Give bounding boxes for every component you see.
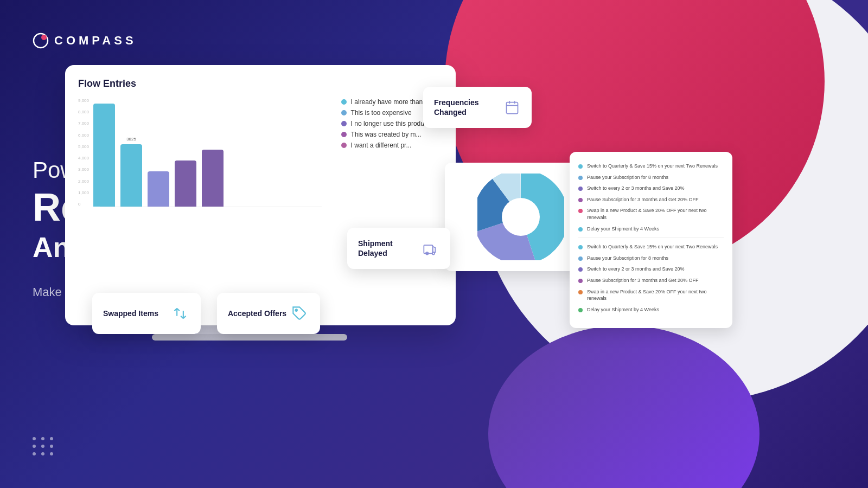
card-swapped: Swapped Items <box>92 293 201 334</box>
dot <box>50 445 53 448</box>
list-text: Swap in a new Product & Save 20% OFF you… <box>587 207 724 221</box>
list-item: Switch to Quarterly & Save 15% on your n… <box>578 163 724 170</box>
bar-group-4 <box>175 160 196 207</box>
list-dot <box>578 176 583 180</box>
list-section-2: Switch to Quarterly & Save 15% on your n… <box>578 243 724 313</box>
list-item: Delay your Shipment by 4 Weeks <box>578 226 724 233</box>
frequencies-title: Frequencies Changed <box>434 98 503 117</box>
list-text: Pause your Subscription for 8 months <box>587 255 668 262</box>
list-text: Swap in a new Product & Save 20% OFF you… <box>587 288 724 302</box>
dot <box>33 452 36 455</box>
list-text: Switch to Quarterly & Save 15% on your n… <box>587 163 718 170</box>
bar-group-2: 3825 <box>120 144 142 207</box>
tag-icon <box>290 304 309 323</box>
legend-item-4: This was created by m... <box>341 131 443 138</box>
list-text: Delay your Shipment by 4 Weeks <box>587 226 659 233</box>
compass-logo-icon <box>33 33 49 49</box>
legend-label-3: I no longer use this product <box>351 120 430 127</box>
bar-3 <box>148 171 169 207</box>
dot <box>50 437 53 440</box>
bar-1 <box>93 104 115 207</box>
bar-4 <box>175 160 196 207</box>
bar-group-5 <box>202 150 224 207</box>
legend-dot-3 <box>341 121 347 126</box>
svg-point-13 <box>502 198 540 236</box>
offers-title: Accepted Offers <box>228 309 286 318</box>
list-dot <box>578 245 583 249</box>
bar-5 <box>202 150 224 207</box>
list-dot <box>578 227 583 232</box>
svg-point-8 <box>432 252 435 255</box>
list-dot <box>578 198 583 202</box>
card-list: Switch to Quarterly & Save 15% on your n… <box>570 152 732 328</box>
bar-2 <box>120 144 142 207</box>
dot <box>33 437 36 440</box>
legend-dot-5 <box>341 143 347 148</box>
logo: COMPASS <box>33 33 271 49</box>
card-shipment: Shipment Delayed <box>347 228 450 269</box>
dot <box>33 445 36 448</box>
brand-name: COMPASS <box>54 34 137 48</box>
list-divider <box>578 237 724 238</box>
list-item: Switch to every 2 or 3 months and Save 2… <box>578 266 724 273</box>
svg-point-1 <box>41 35 47 40</box>
list-text: Switch to every 2 or 3 months and Save 2… <box>587 266 685 273</box>
list-item: Pause your Subscription for 8 months <box>578 174 724 181</box>
legend-label-5: I want a different pr... <box>351 142 412 149</box>
pie-chart <box>477 174 564 260</box>
card-frequencies: Frequencies Changed <box>423 87 532 128</box>
shipment-icon <box>421 239 439 258</box>
chart-title: Flow Entries <box>78 78 443 89</box>
list-item: Delay your Shipment by 4 Weeks <box>578 306 724 313</box>
swapped-title: Swapped Items <box>103 309 158 318</box>
list-item: Pause your Subscription for 8 months <box>578 255 724 262</box>
dot <box>50 452 53 455</box>
monitor-screen: Flow Entries 9,000 8,000 7,000 6,000 5,0… <box>65 65 456 325</box>
list-text: Pause Subscription for 3 months and Get … <box>587 277 699 284</box>
card-offers: Accepted Offers <box>217 293 320 334</box>
list-dot <box>578 290 583 294</box>
list-text: Delay your Shipment by 4 Weeks <box>587 306 659 313</box>
list-dot <box>578 209 583 213</box>
decorative-dots <box>33 437 54 455</box>
list-dot <box>578 267 583 272</box>
list-item: Pause Subscription for 3 months and Get … <box>578 277 724 284</box>
bar-group-1 <box>93 104 115 207</box>
list-dot <box>578 279 583 283</box>
legend-label-4: This was created by m... <box>351 131 422 138</box>
bar-group-3 <box>148 171 169 207</box>
list-dot <box>578 164 583 169</box>
dot <box>41 437 44 440</box>
legend-item-5: I want a different pr... <box>341 142 443 149</box>
svg-point-14 <box>295 309 297 311</box>
legend-dot-1 <box>341 99 347 105</box>
list-item: Switch to every 2 or 3 months and Save 2… <box>578 185 724 192</box>
list-dot <box>578 187 583 191</box>
list-item: Swap in a new Product & Save 20% OFF you… <box>578 288 724 302</box>
list-text: Pause Subscription for 3 months and Get … <box>587 196 699 203</box>
shipment-title: Shipment Delayed <box>358 239 421 258</box>
legend-dot-2 <box>341 110 347 115</box>
legend-dot-4 <box>341 132 347 137</box>
list-dot <box>578 256 583 261</box>
calendar-icon <box>503 98 521 117</box>
list-item: Switch to Quarterly & Save 15% on your n… <box>578 243 724 251</box>
swap-icon <box>170 304 190 323</box>
dot <box>41 452 44 455</box>
svg-rect-6 <box>424 245 432 253</box>
list-section-1: Switch to Quarterly & Save 15% on your n… <box>578 163 724 232</box>
list-item: Pause Subscription for 3 months and Get … <box>578 196 724 203</box>
list-text: Switch to Quarterly & Save 15% on your n… <box>587 243 718 251</box>
svg-rect-2 <box>507 102 518 114</box>
dot <box>41 445 44 448</box>
list-text: Switch to every 2 or 3 months and Save 2… <box>587 185 685 192</box>
list-item: Swap in a new Product & Save 20% OFF you… <box>578 207 724 221</box>
legend-label-2: This is too expensive <box>351 109 412 117</box>
list-text: Pause your Subscription for 8 months <box>587 174 668 181</box>
list-dot <box>578 308 583 312</box>
